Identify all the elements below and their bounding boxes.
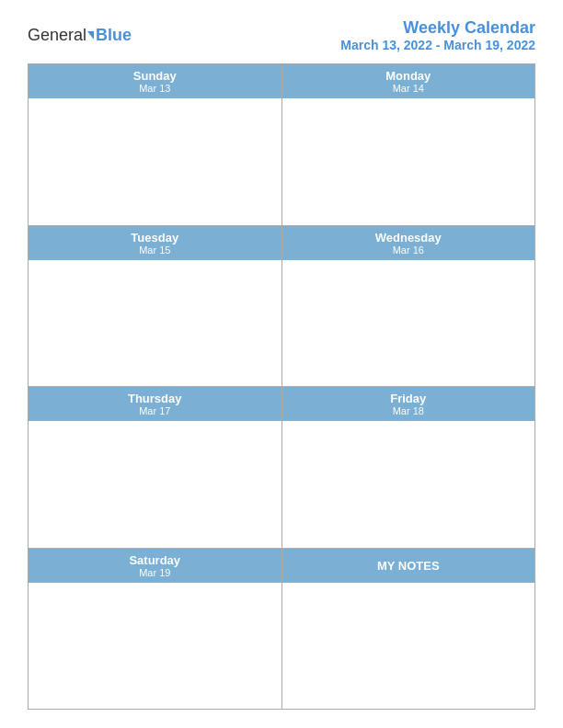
header-row-4: Saturday Mar 19 MY NOTES: [29, 549, 534, 583]
saturday-body[interactable]: [29, 583, 282, 710]
sunday-body[interactable]: [29, 98, 282, 225]
friday-date: Mar 18: [286, 405, 532, 416]
logo-area: General Blue: [28, 26, 132, 45]
wednesday-date: Mar 16: [286, 245, 532, 256]
sunday-header: Sunday Mar 13: [29, 64, 282, 98]
page-header: General Blue Weekly Calendar March 13, 2…: [28, 18, 535, 52]
title-area: Weekly Calendar March 13, 2022 - March 1…: [340, 18, 535, 52]
body-row-4: [29, 583, 534, 710]
thursday-date: Mar 17: [32, 405, 278, 416]
friday-header: Friday Mar 18: [282, 387, 535, 421]
tuesday-body[interactable]: [29, 260, 282, 387]
saturday-name: Saturday: [32, 553, 278, 567]
wednesday-body[interactable]: [282, 260, 535, 387]
calendar-title: Weekly Calendar: [340, 18, 535, 38]
week-row-1: Sunday Mar 13 Monday Mar 14: [29, 64, 534, 226]
body-row-3: [29, 421, 534, 548]
body-row-1: [29, 98, 534, 225]
tuesday-date: Mar 15: [32, 245, 278, 256]
header-row-1: Sunday Mar 13 Monday Mar 14: [29, 64, 534, 98]
logo-blue-text: Blue: [96, 26, 132, 45]
saturday-date: Mar 19: [32, 567, 278, 578]
header-row-3: Thursday Mar 17 Friday Mar 18: [29, 387, 534, 421]
logo-triangle-icon: [87, 31, 94, 40]
logo: General Blue: [28, 26, 132, 45]
page: General Blue Weekly Calendar March 13, 2…: [0, 0, 563, 728]
calendar-grid: Sunday Mar 13 Monday Mar 14 Tuesday Mar …: [28, 63, 535, 710]
week-row-2: Tuesday Mar 15 Wednesday Mar 16: [29, 226, 534, 388]
notes-body[interactable]: [282, 583, 535, 710]
monday-body[interactable]: [282, 98, 535, 225]
monday-header: Monday Mar 14: [282, 64, 535, 98]
saturday-header: Saturday Mar 19: [29, 549, 282, 583]
sunday-name: Sunday: [32, 69, 278, 83]
tuesday-name: Tuesday: [32, 231, 278, 245]
friday-body[interactable]: [282, 421, 535, 548]
body-row-2: [29, 260, 534, 387]
week-row-4: Saturday Mar 19 MY NOTES: [29, 549, 534, 710]
logo-general-text: General: [28, 26, 86, 45]
wednesday-header: Wednesday Mar 16: [282, 226, 535, 260]
wednesday-name: Wednesday: [286, 231, 532, 245]
thursday-header: Thursday Mar 17: [29, 387, 282, 421]
thursday-body[interactable]: [29, 421, 282, 548]
monday-date: Mar 14: [286, 83, 532, 94]
notes-label: MY NOTES: [377, 559, 440, 573]
notes-header: MY NOTES: [282, 549, 535, 583]
calendar-subtitle: March 13, 2022 - March 19, 2022: [340, 38, 535, 52]
monday-name: Monday: [286, 69, 532, 83]
header-row-2: Tuesday Mar 15 Wednesday Mar 16: [29, 226, 534, 260]
week-row-3: Thursday Mar 17 Friday Mar 18: [29, 387, 534, 549]
tuesday-header: Tuesday Mar 15: [29, 226, 282, 260]
thursday-name: Thursday: [32, 392, 278, 405]
sunday-date: Mar 13: [32, 83, 278, 94]
friday-name: Friday: [286, 392, 532, 405]
